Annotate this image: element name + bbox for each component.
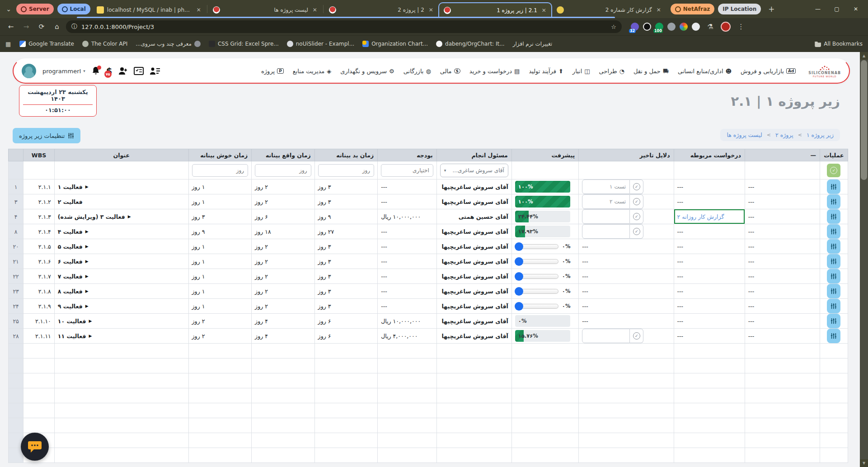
header-pessimistic-time[interactable]: زمان بد بینانه — [314, 149, 378, 161]
all-bookmarks-button[interactable]: All Bookmarks — [815, 41, 863, 47]
row-operations-button[interactable] — [827, 269, 840, 283]
slider-thumb[interactable] — [515, 302, 523, 311]
save-delay-button[interactable]: ✓ — [630, 224, 643, 239]
delay-reason-input[interactable] — [582, 179, 630, 194]
save-delay-button[interactable]: ✓ — [630, 329, 643, 343]
nav-item-marketing-sales[interactable]: Adبازاریابی و فروش — [741, 68, 796, 75]
scroll-up-arrow[interactable]: ▲ — [860, 52, 868, 60]
breadcrumb-link-project-2[interactable]: پروژه ۲ — [775, 132, 793, 138]
save-delay-button[interactable]: ✓ — [630, 179, 643, 194]
address-bar[interactable]: ⓘ 127.0.0.1:8000/Project/3 ☆ — [66, 20, 622, 33]
close-window-button[interactable]: ✕ — [846, 1, 865, 17]
expand-icon[interactable]: ▶ — [85, 259, 89, 264]
expand-icon[interactable]: ▶ — [89, 334, 92, 338]
delay-reason-input[interactable] — [582, 329, 630, 343]
header-wbs[interactable]: WBS — [23, 149, 55, 161]
nav-item-service-maintenance[interactable]: ⚙سرویس و نگهداری — [340, 68, 394, 75]
tab-search-icon[interactable]: ⌄ — [3, 3, 14, 15]
close-tab-icon[interactable]: ✕ — [427, 6, 435, 14]
row-operations-button[interactable] — [827, 299, 840, 313]
expand-icon[interactable]: ▶ — [89, 319, 92, 323]
row-operations-button[interactable] — [827, 254, 840, 269]
expand-icon[interactable]: ▶ — [128, 214, 131, 219]
row-operations-button[interactable] — [827, 194, 840, 209]
assignee-filter-select[interactable]: آقای سروش ساغری...▾ — [440, 164, 508, 177]
nav-item-admin-hr[interactable]: ☻اداری/منابع انسانی — [678, 68, 732, 75]
expand-icon[interactable]: ▶ — [85, 184, 89, 189]
expand-icon[interactable]: ▶ — [85, 229, 89, 234]
expand-icon[interactable]: ▶ — [85, 244, 89, 249]
finance-button[interactable]: $ ۷۵ — [106, 66, 112, 76]
nav-item-production[interactable]: ⬆فرآیند تولید — [529, 68, 563, 75]
home-button[interactable]: ⌂ — [51, 20, 63, 33]
back-button[interactable]: ← — [5, 20, 17, 33]
save-delay-button[interactable]: ✓ — [630, 194, 643, 209]
nav-item-commerce[interactable]: ◍بازرگانی — [404, 68, 431, 75]
vertical-scrollbar[interactable]: ▲ ▼ — [860, 52, 868, 467]
notifications-button[interactable] — [92, 66, 100, 75]
extension-icon[interactable] — [643, 23, 651, 31]
scroll-down-arrow[interactable]: ▼ — [860, 459, 868, 467]
close-tab-icon[interactable]: ✕ — [540, 7, 548, 14]
subproject-settings-button[interactable]: تنظیمات زیر پروژه — [13, 128, 80, 143]
daily-report-link[interactable]: گزارش کار روزانه ۲ — [677, 213, 724, 220]
nav-item-finance[interactable]: $مالی — [440, 68, 460, 75]
row-operations-button[interactable] — [827, 284, 840, 298]
bookmark-item[interactable]: CSS Grid: Excel Spre... — [209, 41, 279, 47]
labs-flask-icon[interactable]: ⚗ — [704, 20, 717, 33]
tab-project-2[interactable]: 2 | پروژه 2 ✕ — [324, 2, 438, 18]
expand-icon[interactable]: ▶ — [85, 274, 89, 278]
apply-filter-button[interactable]: ✓ — [827, 164, 840, 177]
extension-icon[interactable]: 100 — [655, 23, 663, 31]
header-realistic-time[interactable]: زمان واقع بینانه — [252, 149, 315, 161]
header-optimistic-time[interactable]: زمان خوش بینانه — [188, 149, 252, 161]
extension-icon[interactable] — [692, 23, 700, 31]
new-tab-button[interactable]: + — [765, 3, 777, 15]
bookmark-item[interactable]: Organization Chart... — [362, 41, 428, 47]
close-tab-icon[interactable]: ✕ — [311, 6, 319, 14]
bookmark-item[interactable]: تغییرات نرم افزار — [513, 41, 552, 47]
expand-icon[interactable]: ▶ — [85, 289, 89, 293]
browser-menu-icon[interactable]: ⋮ — [735, 20, 747, 33]
header-related-request[interactable]: درخواست مربوطه — [674, 149, 745, 161]
extension-icon[interactable] — [680, 23, 688, 31]
breadcrumb-link-project-list[interactable]: لیست پروژه ها — [727, 132, 762, 138]
scrollbar-thumb[interactable] — [861, 60, 867, 180]
slider-thumb[interactable] — [515, 242, 523, 251]
tab-group-server[interactable]: Server — [16, 4, 54, 14]
row-operations-button[interactable] — [827, 209, 840, 224]
user-avatar[interactable] — [22, 64, 36, 78]
nav-item-transport[interactable]: ⛟حمل و نقل — [633, 68, 669, 75]
nav-item-purchase-request[interactable]: ▤درخواست و خرید — [469, 68, 520, 75]
close-tab-icon[interactable]: ✕ — [195, 6, 202, 14]
profile-avatar[interactable] — [721, 22, 731, 32]
bookmark-item[interactable]: معرفی چند وب سروی... — [136, 41, 201, 47]
nav-item-resource-management[interactable]: ◈مدیریت منابع — [293, 68, 331, 75]
bookmark-item[interactable]: noUiSlider - Exampl... — [287, 41, 354, 47]
contacts-button[interactable] — [150, 67, 160, 75]
site-info-icon[interactable]: ⓘ — [71, 23, 77, 31]
row-operations-button[interactable] — [827, 224, 840, 239]
tab-group-local[interactable]: Local — [57, 4, 90, 14]
slider-thumb[interactable] — [515, 272, 523, 281]
row-operations-button[interactable] — [827, 329, 840, 343]
user-menu[interactable]: programmerI▾ — [42, 68, 85, 75]
bookmark-item[interactable]: The Color API — [82, 41, 127, 47]
row-operations-button[interactable] — [827, 239, 840, 254]
tab-group-ip-location[interactable]: IP Location — [718, 4, 761, 14]
slider-thumb[interactable] — [515, 287, 523, 296]
reload-button[interactable]: ⟳ — [35, 20, 48, 33]
progress-slider[interactable] — [515, 259, 558, 264]
header-title[interactable]: عنوان — [54, 149, 188, 161]
save-delay-button[interactable]: ✓ — [630, 209, 643, 224]
pessimistic-time-filter-input[interactable] — [318, 164, 375, 177]
chat-widget-button[interactable] — [21, 433, 49, 461]
progress-slider[interactable] — [515, 274, 558, 279]
tab-work-report[interactable]: گزارش کار شماره 2 ✕ — [552, 2, 666, 18]
extension-icon[interactable]: 32 — [631, 23, 639, 31]
delay-reason-input[interactable] — [582, 224, 630, 239]
progress-slider[interactable] — [515, 289, 558, 294]
nav-item-design[interactable]: ◔طراحی — [599, 68, 624, 75]
header-assignee[interactable]: مسئول انجام — [436, 149, 511, 161]
row-operations-button[interactable] — [827, 179, 840, 194]
